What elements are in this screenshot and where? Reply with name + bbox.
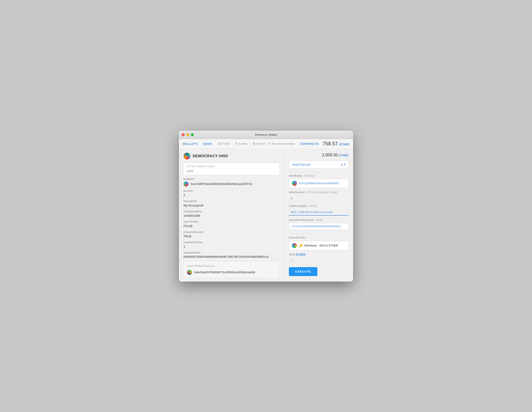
nav-contracts[interactable]: CONTRACTS <box>300 142 319 146</box>
nav-right: CONTRACTS 758.57 ETHER <box>300 141 349 147</box>
bytecode-value: 0x79c650680000000000000000000000000… <box>292 225 343 228</box>
recipient-label: recipient <box>183 177 279 181</box>
executor-name: Etherbase - 563.41 ETHER <box>304 244 338 247</box>
bytecode-box: 0x79c650680000000000000000000000000… <box>289 223 349 230</box>
main-content: DEMOCRACY 045D 256 bits unsigned integer… <box>179 149 353 282</box>
since-block: 52s since last block <box>272 142 295 145</box>
app-window: Ethereum Wallet WALLETS SEND TEST-NET | … <box>179 131 353 282</box>
blocks-info: ⛓ 109,013 <box>253 142 266 145</box>
traffic-lights <box>182 133 194 136</box>
beneficiary-box: 0x97a2838de20eee3a10634485… <box>289 179 349 188</box>
send-ether-input[interactable] <box>289 257 349 264</box>
description-field: description My first payroll! <box>183 200 279 207</box>
right-panel: 2,005.00 ETHER newProposal vote executeP… <box>284 149 353 282</box>
send-ether-unit: ETHER <box>296 253 305 256</box>
nav-left: WALLETS SEND <box>183 142 212 146</box>
peers-count: 5 peers <box>238 142 247 145</box>
execute-from-label: Execute from <box>289 236 349 239</box>
function-selector[interactable]: newProposal vote executeProposal checkPr… <box>289 161 349 168</box>
amount-label: amount <box>183 189 279 192</box>
num-votes-label: numberOfVotes <box>183 241 279 244</box>
beneficiary-label: beneficiary - Address <box>289 174 349 177</box>
separator-middle <box>289 233 349 234</box>
shares-token-label: sharesTokenAddress <box>187 264 276 268</box>
shares-token-box: sharesTokenAddress 0x8e92dd257f94f288723… <box>183 261 279 278</box>
nav-bar: WALLETS SEND TEST-NET | ⇅ 5 peers | ⛓ 10… <box>179 139 353 149</box>
maximize-button[interactable] <box>191 133 194 136</box>
time-info: ⏱ 52s since last block <box>268 142 295 145</box>
network-label: TEST-NET <box>218 142 230 145</box>
balance-unit: ETHER <box>339 143 349 146</box>
blocks-count: 109,013 <box>256 142 266 145</box>
open-to-vote-label: openToVote <box>183 220 279 223</box>
recipient-field: recipient 0xce7e89700ac40d563b92d1684cfd… <box>183 177 279 187</box>
execute-from-box[interactable]: 🔑 Etherbase - 563.41 ETHER <box>289 241 349 250</box>
shares-token-address: 0x8e92dd257f94f288723c23f5605c4252b0c6a0… <box>194 271 255 274</box>
proposal-passed-label: proposalPassed <box>183 230 279 234</box>
minimize-button[interactable] <box>186 133 189 136</box>
separator-top <box>289 172 349 172</box>
proposal-passed-value: TRUE <box>183 235 279 238</box>
executor-avatar <box>292 243 297 248</box>
tx-bytecode-label-text: transactionBytecode <box>289 218 314 221</box>
amount-value: 5 <box>183 193 279 197</box>
job-description-label-text: JobDescription <box>289 204 307 208</box>
field-hint: 256 bits unsigned integer <box>187 165 276 167</box>
contract-name: DEMOCRACY 045D <box>193 154 228 158</box>
job-description-label: JobDescription - String <box>289 204 349 208</box>
open-to-vote-value: FALSE <box>183 224 279 228</box>
beneficiary-address: 0x97a2838de20eee3a10634485… <box>299 182 341 185</box>
send-ether-label: Send ETHER <box>289 253 349 256</box>
nav-wallets[interactable]: WALLETS <box>183 142 198 146</box>
left-panel: DEMOCRACY 045D 256 bits unsigned integer… <box>179 149 284 282</box>
title-bar: Ethereum Wallet <box>179 131 353 139</box>
description-label: description <box>183 200 279 203</box>
recipient-avatar <box>183 182 189 187</box>
execute-button[interactable]: EXECUTE <box>289 267 317 276</box>
tx-bytecode-label: transactionBytecode - Bytes <box>289 218 349 221</box>
job-description-type-text: - String <box>308 204 317 208</box>
voting-deadline-label: votingDeadline <box>183 210 279 213</box>
window-title: Ethereum Wallet <box>255 133 277 137</box>
recipient-address: 0xce7e89700ac40d563b92d1684cfdb1aac52f47… <box>190 183 252 186</box>
num-votes-value: 1 <box>183 245 279 248</box>
num-votes-field: numberOfVotes 1 <box>183 241 279 248</box>
contract-avatar <box>183 153 190 160</box>
beneficiary-avatar <box>292 181 297 186</box>
nav-send[interactable]: SEND <box>203 142 212 146</box>
input-field-box: 256 bits unsigned integer <box>183 163 279 175</box>
time-icon: ⏱ <box>268 142 271 145</box>
beneficiary-label-text: beneficiary <box>289 174 302 177</box>
beneficiary-type-text: - Address <box>303 174 314 177</box>
send-label-text: Send <box>289 253 295 256</box>
peers-icon: ⇅ <box>235 142 238 145</box>
contract-balance-unit: ETHER <box>339 154 349 157</box>
ether-amount-input[interactable] <box>289 195 349 202</box>
ether-amount-label-text: etherAmount <box>289 191 305 194</box>
recipient-value: 0xce7e89700ac40d563b92d1684cfdb1aac52f47… <box>183 182 279 187</box>
proposal-hash-value: 0x9c6f5b72698308db9489e349fdb73ef07db726… <box>183 255 279 258</box>
separator-2: | <box>250 142 250 145</box>
contract-balance: 2,005.00 ETHER <box>289 153 349 157</box>
nav-center: TEST-NET | ⇅ 5 peers | ⛓ 109,013 ⏱ 52s s… <box>212 142 300 145</box>
description-value: My first payroll! <box>183 204 279 207</box>
function-selector-container: newProposal vote executeProposal checkPr… <box>289 161 349 168</box>
shares-token-avatar <box>187 270 192 275</box>
separator-1: | <box>232 142 233 145</box>
tx-bytecode-type-text: - Bytes <box>314 218 323 221</box>
close-button[interactable] <box>182 133 185 136</box>
key-icon: 🔑 <box>299 244 303 247</box>
proposal-passed-field: proposalPassed TRUE <box>183 230 279 238</box>
blocks-icon: ⛓ <box>253 142 256 145</box>
nav-balance: 758.57 ETHER <box>323 141 349 147</box>
balance-amount: 758.57 <box>323 141 338 146</box>
job-description-input[interactable] <box>289 209 349 216</box>
contract-header: DEMOCRACY 045D <box>183 153 279 160</box>
uint-input[interactable] <box>187 169 276 173</box>
voting-deadline-field: votingDeadline 1449001406 <box>183 210 279 218</box>
open-to-vote-field: openToVote FALSE <box>183 220 279 228</box>
proposal-hash-label: proposalHash <box>183 251 279 254</box>
proposal-hash-field: proposalHash 0x9c6f5b72698308db9489e349f… <box>183 251 279 258</box>
ether-amount-type-text: - 256 bits unsigned integer <box>305 191 338 194</box>
contract-balance-amount: 2,005.00 <box>322 153 338 157</box>
